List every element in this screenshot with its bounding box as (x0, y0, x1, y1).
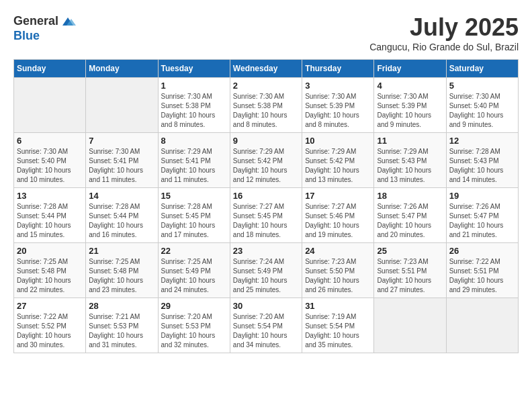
day-info: Sunrise: 7:27 AMSunset: 5:45 PMDaylight:… (233, 202, 299, 240)
day-number: 8 (161, 136, 227, 146)
day-number: 22 (161, 246, 227, 256)
day-info: Sunrise: 7:29 AMSunset: 5:43 PMDaylight:… (377, 147, 443, 185)
day-number: 10 (305, 136, 371, 146)
day-info: Sunrise: 7:30 AMSunset: 5:41 PMDaylight:… (89, 147, 154, 185)
day-info: Sunrise: 7:24 AMSunset: 5:49 PMDaylight:… (233, 257, 299, 295)
day-number: 17 (305, 191, 371, 201)
day-info: Sunrise: 7:29 AMSunset: 5:41 PMDaylight:… (161, 147, 227, 185)
calendar-cell: 2Sunrise: 7:30 AMSunset: 5:38 PMDaylight… (230, 78, 302, 133)
day-number: 31 (305, 301, 371, 311)
day-number: 23 (233, 246, 299, 256)
day-number: 6 (17, 136, 83, 146)
day-number: 15 (161, 191, 227, 201)
day-info: Sunrise: 7:19 AMSunset: 5:54 PMDaylight:… (305, 312, 371, 350)
day-number: 14 (89, 191, 154, 201)
day-info: Sunrise: 7:28 AMSunset: 5:45 PMDaylight:… (161, 202, 227, 240)
day-number: 13 (17, 191, 83, 201)
day-number: 5 (449, 81, 515, 91)
calendar-cell: 17Sunrise: 7:27 AMSunset: 5:46 PMDayligh… (302, 188, 374, 243)
day-number: 9 (233, 136, 299, 146)
day-info: Sunrise: 7:26 AMSunset: 5:47 PMDaylight:… (377, 202, 443, 240)
calendar-cell (86, 78, 158, 133)
day-info: Sunrise: 7:25 AMSunset: 5:48 PMDaylight:… (89, 257, 154, 295)
day-info: Sunrise: 7:29 AMSunset: 5:42 PMDaylight:… (233, 147, 299, 185)
day-info: Sunrise: 7:22 AMSunset: 5:52 PMDaylight:… (17, 312, 83, 350)
calendar-cell: 15Sunrise: 7:28 AMSunset: 5:45 PMDayligh… (158, 188, 230, 243)
logo: General Blue (13, 13, 76, 43)
day-number: 21 (89, 246, 154, 256)
day-number: 28 (89, 301, 154, 311)
location-text: Cangucu, Rio Grande do Sul, Brazil (369, 42, 519, 52)
page-header: General Blue July 2025 Cangucu, Rio Gran… (13, 13, 519, 52)
day-number: 18 (377, 191, 443, 201)
calendar-cell: 28Sunrise: 7:21 AMSunset: 5:53 PMDayligh… (86, 298, 158, 353)
day-info: Sunrise: 7:23 AMSunset: 5:51 PMDaylight:… (377, 257, 443, 295)
day-info: Sunrise: 7:27 AMSunset: 5:46 PMDaylight:… (305, 202, 371, 240)
calendar-cell: 5Sunrise: 7:30 AMSunset: 5:40 PMDaylight… (446, 78, 518, 133)
title-section: July 2025 Cangucu, Rio Grande do Sul, Br… (369, 13, 519, 52)
calendar-cell: 29Sunrise: 7:20 AMSunset: 5:53 PMDayligh… (158, 298, 230, 353)
calendar-cell: 27Sunrise: 7:22 AMSunset: 5:52 PMDayligh… (14, 298, 86, 353)
month-title: July 2025 (369, 13, 519, 42)
day-info: Sunrise: 7:20 AMSunset: 5:53 PMDaylight:… (161, 312, 227, 350)
day-info: Sunrise: 7:28 AMSunset: 5:43 PMDaylight:… (449, 147, 515, 185)
calendar-table: SundayMondayTuesdayWednesdayThursdayFrid… (13, 59, 519, 353)
calendar-cell: 21Sunrise: 7:25 AMSunset: 5:48 PMDayligh… (86, 243, 158, 298)
day-number: 27 (17, 301, 83, 311)
day-number: 19 (449, 191, 515, 201)
weekday-header: Tuesday (158, 60, 230, 78)
weekday-header: Friday (374, 60, 446, 78)
day-number: 4 (377, 81, 443, 91)
calendar-cell: 19Sunrise: 7:26 AMSunset: 5:47 PMDayligh… (446, 188, 518, 243)
calendar-cell: 3Sunrise: 7:30 AMSunset: 5:39 PMDaylight… (302, 78, 374, 133)
day-info: Sunrise: 7:30 AMSunset: 5:39 PMDaylight:… (305, 92, 371, 130)
day-number: 2 (233, 81, 299, 91)
day-number: 25 (377, 246, 443, 256)
day-info: Sunrise: 7:23 AMSunset: 5:50 PMDaylight:… (305, 257, 371, 295)
calendar-cell: 30Sunrise: 7:20 AMSunset: 5:54 PMDayligh… (230, 298, 302, 353)
calendar-cell: 11Sunrise: 7:29 AMSunset: 5:43 PMDayligh… (374, 133, 446, 188)
calendar-cell: 1Sunrise: 7:30 AMSunset: 5:38 PMDaylight… (158, 78, 230, 133)
calendar-week-row: 27Sunrise: 7:22 AMSunset: 5:52 PMDayligh… (14, 298, 519, 353)
day-number: 24 (305, 246, 371, 256)
calendar-cell: 24Sunrise: 7:23 AMSunset: 5:50 PMDayligh… (302, 243, 374, 298)
calendar-cell: 4Sunrise: 7:30 AMSunset: 5:39 PMDaylight… (374, 78, 446, 133)
calendar-cell: 13Sunrise: 7:28 AMSunset: 5:44 PMDayligh… (14, 188, 86, 243)
calendar-week-row: 1Sunrise: 7:30 AMSunset: 5:38 PMDaylight… (14, 78, 519, 133)
calendar-cell (374, 298, 446, 353)
day-number: 20 (17, 246, 83, 256)
weekday-header: Sunday (14, 60, 86, 78)
day-number: 16 (233, 191, 299, 201)
day-info: Sunrise: 7:22 AMSunset: 5:51 PMDaylight:… (449, 257, 515, 295)
weekday-header: Wednesday (230, 60, 302, 78)
calendar-cell: 14Sunrise: 7:28 AMSunset: 5:44 PMDayligh… (86, 188, 158, 243)
day-info: Sunrise: 7:30 AMSunset: 5:40 PMDaylight:… (17, 147, 83, 185)
calendar-cell: 12Sunrise: 7:28 AMSunset: 5:43 PMDayligh… (446, 133, 518, 188)
day-number: 12 (449, 136, 515, 146)
calendar-cell: 7Sunrise: 7:30 AMSunset: 5:41 PMDaylight… (86, 133, 158, 188)
day-info: Sunrise: 7:30 AMSunset: 5:39 PMDaylight:… (377, 92, 443, 130)
weekday-header: Thursday (302, 60, 374, 78)
day-info: Sunrise: 7:20 AMSunset: 5:54 PMDaylight:… (233, 312, 299, 350)
calendar-cell: 9Sunrise: 7:29 AMSunset: 5:42 PMDaylight… (230, 133, 302, 188)
day-info: Sunrise: 7:30 AMSunset: 5:40 PMDaylight:… (449, 92, 515, 130)
day-info: Sunrise: 7:28 AMSunset: 5:44 PMDaylight:… (17, 202, 83, 240)
day-info: Sunrise: 7:30 AMSunset: 5:38 PMDaylight:… (233, 92, 299, 130)
day-info: Sunrise: 7:25 AMSunset: 5:48 PMDaylight:… (17, 257, 83, 295)
day-info: Sunrise: 7:28 AMSunset: 5:44 PMDaylight:… (89, 202, 154, 240)
calendar-cell: 6Sunrise: 7:30 AMSunset: 5:40 PMDaylight… (14, 133, 86, 188)
weekday-header: Saturday (446, 60, 518, 78)
calendar-week-row: 6Sunrise: 7:30 AMSunset: 5:40 PMDaylight… (14, 133, 519, 188)
calendar-cell: 25Sunrise: 7:23 AMSunset: 5:51 PMDayligh… (374, 243, 446, 298)
calendar-cell: 23Sunrise: 7:24 AMSunset: 5:49 PMDayligh… (230, 243, 302, 298)
day-number: 30 (233, 301, 299, 311)
day-info: Sunrise: 7:30 AMSunset: 5:38 PMDaylight:… (161, 92, 227, 130)
calendar-cell: 22Sunrise: 7:25 AMSunset: 5:49 PMDayligh… (158, 243, 230, 298)
logo-general-text: General (13, 15, 58, 28)
calendar-cell: 16Sunrise: 7:27 AMSunset: 5:45 PMDayligh… (230, 188, 302, 243)
calendar-cell: 31Sunrise: 7:19 AMSunset: 5:54 PMDayligh… (302, 298, 374, 353)
logo-icon (60, 13, 76, 30)
weekday-header: Monday (86, 60, 158, 78)
calendar-week-row: 20Sunrise: 7:25 AMSunset: 5:48 PMDayligh… (14, 243, 519, 298)
day-number: 11 (377, 136, 443, 146)
